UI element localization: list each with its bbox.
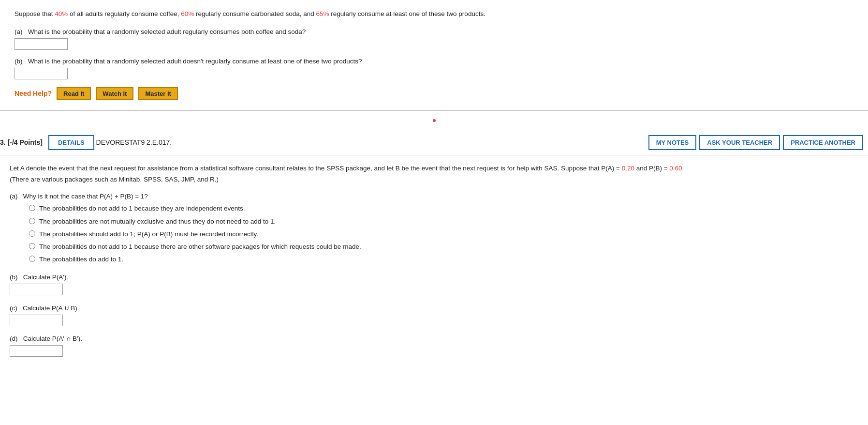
bottom-b-label: (b)	[10, 273, 18, 281]
bottom-part-d-label-row: (d) Calculate P(A' ∩ B').	[10, 335, 858, 342]
bottom-part-d: (d) Calculate P(A' ∩ B').	[10, 335, 858, 357]
bottom-part-b: (b) Calculate P(A').	[10, 273, 858, 295]
problem-code: DEVORESTAT9 2.E.017.	[96, 138, 172, 146]
question-body: Let A denote the event that the next req…	[0, 163, 868, 357]
bottom-d-label: (d)	[10, 335, 18, 342]
radio-label-1: The probabilities do not add to 1 becaus…	[39, 204, 245, 213]
radio-label-5: The probabilities do add to 1.	[39, 255, 123, 264]
sub-b-label-row: (b) What is the probability that a rando…	[15, 58, 853, 65]
answer-input-d[interactable]	[10, 345, 63, 357]
part-a-label: (a)	[15, 28, 23, 35]
answer-input-c[interactable]	[10, 315, 63, 326]
need-help-row: Need Help? Read It Watch It Master It	[15, 87, 853, 100]
top-section: Suppose that 40% of all adults regularly…	[0, 0, 868, 111]
separator-dot	[433, 119, 436, 122]
bottom-part-c-label-row: (c) Calculate P(A ∪ B).	[10, 304, 858, 312]
answer-input-b2[interactable]	[10, 284, 63, 295]
bottom-section: 3. [-/4 Points] DETAILS DEVORESTAT9 2.E.…	[0, 130, 868, 380]
answer-input-b[interactable]	[15, 68, 68, 79]
sub-question-b: (b) What is the probability that a rando…	[15, 58, 853, 79]
bottom-part-a-label: (a) Why is it not the case that P(A) + P…	[10, 193, 858, 200]
answer-input-a[interactable]	[15, 38, 68, 50]
pct-soda: 60%	[181, 10, 194, 17]
problem-intro-text: Suppose that 40% of all adults regularly…	[15, 9, 853, 19]
intro-end: regularly consume at least one of these …	[329, 10, 485, 17]
details-tab[interactable]: DETAILS	[48, 135, 94, 150]
radio-input-5[interactable]	[29, 256, 35, 262]
pb-value: 0.60	[669, 165, 682, 172]
sub-a-label-row: (a) What is the probability that a rando…	[15, 28, 853, 35]
bottom-part-a: (a) Why is it not the case that P(A) + P…	[10, 193, 858, 264]
intro-between-2: regularly consume carbonated soda, and	[194, 10, 316, 17]
radio-label-4: The probabilities do not add to 1 becaus…	[39, 242, 361, 252]
intro-before-pct1: Suppose that	[15, 10, 55, 17]
pa-value: 0.20	[622, 165, 634, 172]
radio-label-2: The probabilities are not mutually exclu…	[39, 217, 276, 227]
intro-mid: and P(B) =	[634, 165, 669, 172]
radio-input-3[interactable]	[29, 230, 35, 237]
bottom-a-label: (a)	[10, 193, 18, 200]
bottom-a-question: Why is it not the case that P(A) + P(B) …	[23, 193, 148, 200]
intro-line1: Let A denote the event that the next req…	[10, 165, 622, 172]
bottom-c-label: (c)	[10, 304, 17, 312]
pct-coffee: 40%	[55, 10, 68, 17]
radio-input-4[interactable]	[29, 243, 35, 249]
part-b-question: What is the probability that a randomly …	[28, 58, 362, 65]
radio-option-1: The probabilities do not add to 1 becaus…	[29, 204, 858, 213]
radio-input-2[interactable]	[29, 218, 35, 224]
intro-between-1: of all adults regularly consume coffee,	[68, 10, 181, 17]
bottom-part-c: (c) Calculate P(A ∪ B).	[10, 304, 858, 326]
radio-option-5: The probabilities do add to 1.	[29, 255, 858, 264]
separator	[0, 111, 868, 130]
practice-another-button[interactable]: PRACTICE ANOTHER	[783, 135, 863, 150]
part-a-question: What is the probability that a randomly …	[28, 28, 306, 35]
header-buttons: MY NOTES ASK YOUR TEACHER PRACTICE ANOTH…	[648, 135, 863, 150]
bottom-c-question: Calculate P(A ∪ B).	[23, 304, 79, 312]
radio-input-1[interactable]	[29, 205, 35, 211]
read-it-button[interactable]: Read It	[57, 87, 91, 100]
intro-text: Let A denote the event that the next req…	[10, 163, 858, 185]
bottom-d-question: Calculate P(A' ∩ B').	[23, 335, 82, 342]
pct-either: 65%	[316, 10, 329, 17]
watch-it-button[interactable]: Watch It	[96, 87, 133, 100]
bottom-b-question: Calculate P(A').	[23, 273, 68, 281]
my-notes-button[interactable]: MY NOTES	[648, 135, 697, 150]
intro-line2: (There are various packages such as Mini…	[10, 176, 219, 183]
radio-option-3: The probabilities should add to 1; P(A) …	[29, 229, 858, 239]
part-b-label: (b)	[15, 58, 23, 65]
points-label: 3. [-/4 Points]	[0, 138, 43, 146]
need-help-label: Need Help?	[15, 90, 52, 97]
bottom-part-b-label-row: (b) Calculate P(A').	[10, 273, 858, 281]
sub-question-a: (a) What is the probability that a rando…	[15, 28, 853, 50]
radio-option-2: The probabilities are not mutually exclu…	[29, 217, 858, 227]
radio-option-4: The probabilities do not add to 1 becaus…	[29, 242, 858, 252]
ask-teacher-button[interactable]: ASK YOUR TEACHER	[699, 135, 780, 150]
master-it-button[interactable]: Master It	[138, 87, 177, 100]
radio-label-3: The probabilities should add to 1; P(A) …	[39, 229, 258, 239]
question-header: 3. [-/4 Points] DETAILS DEVORESTAT9 2.E.…	[0, 130, 868, 155]
radio-group: The probabilities do not add to 1 becaus…	[29, 204, 858, 264]
intro-end: .	[682, 165, 684, 172]
